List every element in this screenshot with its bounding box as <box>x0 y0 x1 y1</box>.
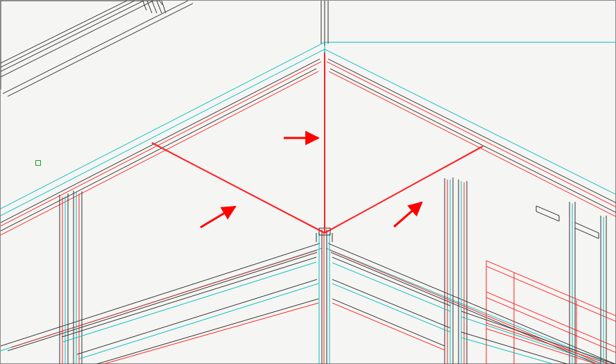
svg-line-29 <box>8 252 317 351</box>
svg-line-93 <box>486 329 599 364</box>
svg-line-33 <box>330 69 616 213</box>
svg-line-90 <box>486 292 616 347</box>
svg-line-8 <box>1 1 127 63</box>
svg-line-86 <box>575 228 599 239</box>
svg-line-85 <box>575 223 599 233</box>
svg-line-88 <box>486 261 616 316</box>
svg-line-82 <box>536 211 559 221</box>
svg-line-14 <box>1 42 325 209</box>
svg-line-24 <box>1 62 321 226</box>
svg-line-11 <box>152 1 157 13</box>
svg-line-35 <box>328 243 616 364</box>
highlight-diag-right <box>325 146 483 233</box>
wall-corner <box>1 1 616 209</box>
svg-line-34 <box>329 71 616 217</box>
svg-line-97 <box>461 311 616 364</box>
svg-line-20 <box>1 49 325 216</box>
highlight-diag-left <box>152 143 325 233</box>
svg-line-23 <box>1 69 316 231</box>
left-cabinet-verticals <box>60 191 318 364</box>
svg-line-92 <box>486 323 611 364</box>
wireframe-canvas <box>1 1 616 364</box>
svg-line-73 <box>332 299 445 346</box>
svg-line-25 <box>1 71 318 235</box>
svg-line-28 <box>11 250 317 347</box>
svg-line-59 <box>94 299 318 364</box>
svg-line-1 <box>3 1 188 94</box>
svg-line-81 <box>536 206 559 216</box>
svg-line-5 <box>1 1 153 77</box>
svg-line-60 <box>101 303 318 364</box>
right-cabinet-verticals-near <box>332 177 467 364</box>
svg-line-72 <box>332 284 450 332</box>
svg-line-36 <box>326 248 611 364</box>
svg-line-55 <box>62 257 316 337</box>
cad-viewport[interactable] <box>0 0 616 364</box>
arrow-right <box>394 202 422 227</box>
svg-line-6 <box>1 1 144 71</box>
svg-line-89 <box>486 266 616 322</box>
svg-line-26 <box>1 243 320 346</box>
svg-line-69 <box>332 257 450 306</box>
window-frame <box>1 1 193 96</box>
svg-line-30 <box>325 49 616 195</box>
arrow-left <box>200 207 235 227</box>
annotation-arrows <box>200 138 422 227</box>
corner-verticals <box>316 228 332 364</box>
svg-line-98 <box>461 317 604 364</box>
svg-line-9 <box>162 1 166 13</box>
svg-line-32 <box>327 62 616 207</box>
svg-line-58 <box>78 284 318 359</box>
svg-line-99 <box>461 332 570 364</box>
svg-line-7 <box>1 1 135 67</box>
svg-line-74 <box>332 303 445 350</box>
svg-line-31 <box>328 59 616 203</box>
svg-line-22 <box>1 59 320 223</box>
highlight-lines <box>152 53 483 233</box>
svg-line-56 <box>63 262 316 342</box>
selection-marker <box>35 160 41 166</box>
